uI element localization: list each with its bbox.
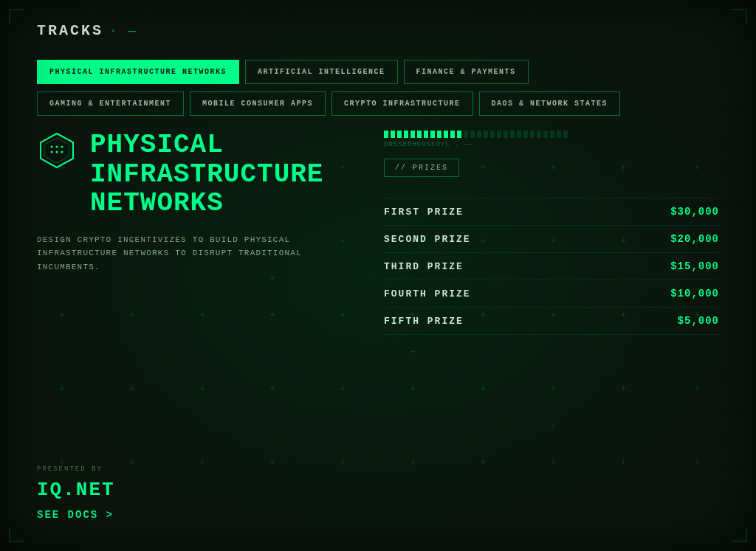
progress-segment xyxy=(484,131,488,138)
track-btn-artificial-intelligence[interactable]: ARTIFICIAL INTELLIGENCE xyxy=(245,60,398,84)
progress-segment xyxy=(410,131,415,138)
prize-amount: $15,000 xyxy=(670,260,719,272)
progress-segment xyxy=(557,131,561,138)
progress-segment xyxy=(450,131,455,138)
progress-segment xyxy=(477,131,481,138)
svg-point-6 xyxy=(56,151,58,153)
track-hero: PHYSICAL INFRASTRUCTURE NETWORKS xyxy=(37,131,354,218)
plus-marker: + xyxy=(550,384,556,394)
prize-name: FIRST PRIZE xyxy=(384,207,464,218)
prize-row: FIRST PRIZE$30,000 xyxy=(384,198,719,226)
progress-segment xyxy=(444,131,448,138)
plus-marker: + xyxy=(410,384,416,394)
tracks-header: TRACKS · — xyxy=(37,22,719,39)
svg-marker-0 xyxy=(41,134,73,167)
corner-decoration-br xyxy=(732,527,747,542)
prize-amount: $20,000 xyxy=(670,233,719,245)
tracks-row-bottom: GAMING & ENTERTAINMENT MOBILE CONSUMER A… xyxy=(37,91,719,116)
progress-segment xyxy=(384,131,388,138)
progress-segment xyxy=(510,131,515,138)
progress-segment xyxy=(397,131,402,138)
tracks-deco: · — xyxy=(109,24,137,38)
progress-segment xyxy=(470,131,475,138)
hex-icon xyxy=(37,131,77,170)
progress-segment xyxy=(437,131,441,138)
svg-point-7 xyxy=(61,151,63,153)
progress-bar xyxy=(384,131,719,138)
plus-marker: + xyxy=(694,384,700,394)
prizes-header-label: // PRIZES xyxy=(384,159,459,177)
prize-amount: $5,000 xyxy=(678,315,719,327)
progress-segment xyxy=(517,131,521,138)
plus-marker: + xyxy=(269,384,275,394)
progress-segment xyxy=(530,131,535,138)
main-area: PHYSICAL INFRASTRUCTURE NETWORKS DESIGN … xyxy=(37,131,719,335)
right-panel: DRSSEOHORSKOYL . —— // PRIZES FIRST PRIZ… xyxy=(384,131,719,335)
plus-marker: + xyxy=(269,457,275,468)
prize-name: FOURTH PRIZE xyxy=(384,288,471,299)
progress-segment xyxy=(457,131,461,138)
progress-segment xyxy=(417,131,422,138)
svg-point-4 xyxy=(61,146,63,148)
prize-amount: $10,000 xyxy=(670,288,719,299)
prize-row: FOURTH PRIZE$10,000 xyxy=(384,280,719,308)
track-hero-title: PHYSICAL INFRASTRUCTURE NETWORKS xyxy=(90,131,323,218)
svg-point-2 xyxy=(51,146,53,148)
progress-segment xyxy=(424,131,428,138)
progress-segment xyxy=(550,131,554,138)
corner-decoration-bl xyxy=(9,527,24,542)
prize-name: SECOND PRIZE xyxy=(384,234,471,245)
progress-label: DRSSEOHORSKOYL . —— xyxy=(384,141,719,148)
svg-point-3 xyxy=(56,146,58,148)
progress-segment xyxy=(490,131,495,138)
plus-marker: + xyxy=(340,457,346,468)
plus-marker: + xyxy=(550,420,556,431)
plus-marker: + xyxy=(410,457,416,468)
track-btn-daos-network-states[interactable]: DAOS & NETWORK STATES xyxy=(479,91,621,116)
plus-marker: + xyxy=(59,384,65,394)
plus-marker: + xyxy=(199,384,205,394)
track-btn-physical-infrastructure[interactable]: PHYSICAL INFRASTRUCTURE NETWORKS xyxy=(37,60,239,84)
track-description: DESIGN CRYPTO INCENTIVIZES TO BUILD PHYS… xyxy=(37,233,303,274)
track-btn-mobile-consumer-apps[interactable]: MOBILE CONSUMER APPS xyxy=(190,91,326,116)
prize-row: THIRD PRIZE$15,000 xyxy=(384,253,719,280)
track-btn-finance-payments[interactable]: FINANCE & PAYMENTS xyxy=(404,60,529,84)
plus-marker: + xyxy=(620,457,626,468)
see-docs-link[interactable]: SEE DOCS > xyxy=(37,509,114,521)
prize-amount: $30,000 xyxy=(670,206,719,218)
progress-segment xyxy=(537,131,541,138)
progress-segment xyxy=(497,131,501,138)
progress-section: DRSSEOHORSKOYL . —— xyxy=(384,131,719,148)
progress-segment xyxy=(404,131,408,138)
progress-segment xyxy=(504,131,508,138)
plus-marker: + xyxy=(480,384,486,394)
progress-segment xyxy=(464,131,468,138)
plus-marker: + xyxy=(129,384,135,394)
tracks-title: TRACKS xyxy=(37,22,103,39)
prize-name: THIRD PRIZE xyxy=(384,261,464,272)
progress-segment xyxy=(563,131,568,138)
tracks-row-top: PHYSICAL INFRASTRUCTURE NETWORKS ARTIFIC… xyxy=(37,60,719,84)
prize-list: FIRST PRIZE$30,000SECOND PRIZE$20,000THI… xyxy=(384,198,719,335)
plus-marker: + xyxy=(199,457,205,468)
plus-marker: + xyxy=(620,384,626,394)
prize-row: SECOND PRIZE$20,000 xyxy=(384,226,719,253)
progress-segment xyxy=(543,131,548,138)
progress-segment xyxy=(430,131,435,138)
progress-segment xyxy=(391,131,395,138)
plus-marker: + xyxy=(694,457,700,468)
svg-marker-1 xyxy=(44,138,69,163)
track-btn-gaming-entertainment[interactable]: GAMING & ENTERTAINMENT xyxy=(37,91,184,116)
track-btn-crypto-infrastructure[interactable]: CRYPTO INFRASTRUCTURE xyxy=(331,91,473,116)
plus-marker: + xyxy=(129,457,135,468)
presenter-logo: IQ.NET xyxy=(37,479,115,501)
plus-marker: + xyxy=(340,384,346,394)
progress-segment xyxy=(523,131,528,138)
prize-name: FIFTH PRIZE xyxy=(384,316,464,327)
plus-marker: + xyxy=(480,457,486,468)
presenter-section: PRESENTED BY IQ.NET SEE DOCS > xyxy=(37,465,115,521)
plus-marker: + xyxy=(550,457,556,468)
prize-row: FIFTH PRIZE$5,000 xyxy=(384,308,719,335)
svg-point-5 xyxy=(51,151,53,153)
presenter-label: PRESENTED BY xyxy=(37,465,115,473)
